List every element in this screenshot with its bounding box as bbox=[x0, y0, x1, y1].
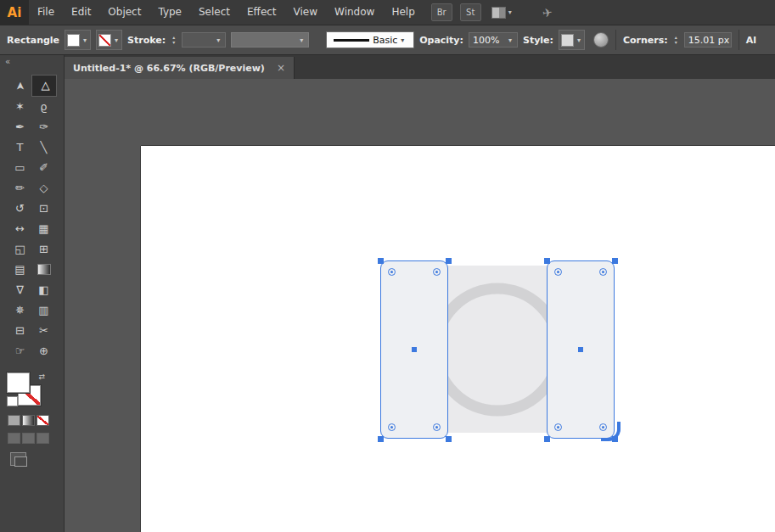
type-tool-icon: T bbox=[17, 142, 24, 153]
corner-widget[interactable] bbox=[554, 423, 562, 431]
slice-tool-icon: ✂ bbox=[39, 325, 48, 336]
selection-handle[interactable] bbox=[612, 258, 618, 264]
corner-widget[interactable] bbox=[433, 423, 441, 431]
menu-help[interactable]: Help bbox=[383, 0, 423, 25]
selection-handle[interactable] bbox=[378, 436, 384, 442]
hand-tool-icon: ☞ bbox=[15, 345, 25, 356]
menu-view[interactable]: View bbox=[285, 0, 326, 25]
curvature-tool-icon: ✑ bbox=[39, 121, 48, 132]
selection-handle[interactable] bbox=[446, 436, 452, 442]
curvature-tool[interactable]: ✑ bbox=[32, 116, 56, 137]
pen-tool[interactable]: ✒ bbox=[8, 116, 32, 137]
default-fill-stroke-icon[interactable] bbox=[7, 396, 18, 406]
line-segment-tool[interactable]: ╲ bbox=[32, 137, 56, 157]
eraser-tool[interactable]: ◇ bbox=[32, 177, 56, 198]
menu-window[interactable]: Window bbox=[326, 0, 383, 25]
paintbrush-tool[interactable]: ✐ bbox=[32, 157, 56, 177]
document-tab[interactable]: Untitled-1* @ 66.67% (RGB/Preview) × bbox=[65, 57, 295, 79]
type-tool[interactable]: T bbox=[8, 137, 32, 157]
style-label: Style: bbox=[523, 35, 553, 46]
corners-label: Corners: bbox=[623, 35, 668, 46]
none-button[interactable] bbox=[37, 415, 49, 426]
corners-field[interactable]: 15.01 px bbox=[684, 32, 732, 48]
rotate-tool[interactable]: ↺ bbox=[8, 198, 32, 218]
brush-libraries-button[interactable]: Br bbox=[431, 3, 452, 21]
symbol-sprayer-tool[interactable]: ✵ bbox=[8, 300, 32, 320]
stroke-weight-select[interactable]: ▾ bbox=[182, 32, 226, 48]
stroke-style-select[interactable]: Basic ▾ bbox=[326, 31, 414, 48]
fill-color-dropdown[interactable]: ▾ bbox=[65, 30, 91, 50]
workspace-switcher[interactable]: ▾ bbox=[491, 7, 512, 19]
gradient-tool-icon bbox=[37, 264, 51, 275]
gpu-performance-icon[interactable]: ✈ bbox=[542, 5, 553, 20]
column-graph-tool[interactable]: ▥ bbox=[32, 300, 56, 320]
collapse-panel-button[interactable]: « bbox=[0, 55, 64, 70]
direct-selection-tool[interactable]: ▷ bbox=[32, 76, 56, 96]
magic-wand-tool[interactable]: ✶ bbox=[8, 96, 32, 116]
divider bbox=[615, 30, 616, 50]
selection-handle[interactable] bbox=[544, 436, 550, 442]
slice-tool[interactable]: ✂ bbox=[32, 320, 56, 340]
menu-edit[interactable]: Edit bbox=[63, 0, 99, 25]
rectangle-tool[interactable]: ▭ bbox=[8, 157, 32, 177]
graphic-styles-button[interactable]: St bbox=[460, 3, 481, 21]
selection-handle[interactable] bbox=[544, 258, 550, 264]
corner-widget[interactable] bbox=[554, 268, 562, 276]
eyedropper-tool[interactable]: ∇ bbox=[8, 279, 32, 300]
corners-stepper[interactable]: ▴ ▾ bbox=[673, 35, 679, 45]
screen-mode-button[interactable] bbox=[10, 452, 26, 466]
gradient-tool[interactable] bbox=[32, 259, 56, 279]
artboard-tool[interactable]: ⊟ bbox=[8, 320, 32, 340]
fill-stroke-widget: ⇄ bbox=[7, 372, 46, 408]
selection-handle[interactable] bbox=[378, 258, 384, 264]
eraser-tool-icon: ◇ bbox=[40, 182, 48, 193]
symbol-sprayer-tool-icon: ✵ bbox=[15, 305, 25, 316]
stroke-none-swatch-icon bbox=[98, 34, 111, 47]
scale-tool[interactable]: ⊡ bbox=[32, 198, 56, 218]
corner-widget[interactable] bbox=[388, 423, 396, 431]
gradient-button[interactable] bbox=[22, 415, 35, 426]
draw-normal-button[interactable] bbox=[8, 433, 20, 444]
close-icon[interactable]: × bbox=[277, 62, 285, 74]
hand-tool[interactable]: ☞ bbox=[8, 340, 32, 361]
stepper-down-icon: ▾ bbox=[172, 40, 175, 45]
draw-behind-button[interactable] bbox=[22, 433, 35, 444]
fill-swatch[interactable] bbox=[7, 372, 30, 393]
opacity-select[interactable]: 100% ▾ bbox=[469, 32, 518, 48]
color-button[interactable] bbox=[8, 415, 20, 426]
menu-file[interactable]: File bbox=[29, 0, 63, 25]
corner-widget[interactable] bbox=[433, 268, 441, 276]
menu-object[interactable]: Object bbox=[99, 0, 149, 25]
zoom-tool[interactable]: ⊕ bbox=[32, 340, 56, 361]
mesh-tool[interactable]: ▤ bbox=[8, 259, 32, 279]
stroke-weight-stepper[interactable]: ▴ ▾ bbox=[171, 35, 177, 45]
perspective-grid-tool[interactable]: ⊞ bbox=[32, 238, 56, 259]
width-tool[interactable]: ↔ bbox=[8, 218, 32, 238]
draw-inside-button[interactable] bbox=[37, 433, 49, 444]
canvas[interactable] bbox=[65, 79, 775, 532]
center-point[interactable] bbox=[578, 347, 583, 352]
corner-widget[interactable] bbox=[599, 268, 607, 276]
tools-panel: « ➤▷✶ϱ✒✑T╲▭✐✏◇↺⊡↔▦◱⊞▤∇◧✵▥⊟✂☞⊕ ⇄ bbox=[0, 55, 65, 532]
line-segment-tool-icon: ╲ bbox=[41, 142, 48, 153]
fill-swatch-icon bbox=[67, 34, 80, 47]
menu-effect[interactable]: Effect bbox=[239, 0, 285, 25]
lasso-tool[interactable]: ϱ bbox=[32, 96, 56, 116]
swap-fill-stroke-icon[interactable]: ⇄ bbox=[38, 372, 45, 381]
menu-type[interactable]: Type bbox=[149, 0, 190, 25]
menu-select[interactable]: Select bbox=[190, 0, 239, 25]
corner-widget[interactable] bbox=[388, 268, 396, 276]
recolor-artwork-icon[interactable] bbox=[593, 32, 609, 48]
document-tab-title: Untitled-1* @ 66.67% (RGB/Preview) bbox=[73, 63, 265, 74]
brush-definition-select[interactable]: ▾ bbox=[231, 32, 309, 48]
pencil-tool[interactable]: ✏ bbox=[8, 177, 32, 198]
free-transform-tool[interactable]: ▦ bbox=[32, 218, 56, 238]
blend-tool[interactable]: ◧ bbox=[32, 279, 56, 300]
stroke-color-dropdown[interactable]: ▾ bbox=[96, 30, 122, 50]
selection-tool[interactable]: ➤ bbox=[8, 76, 32, 96]
graphic-style-select[interactable]: ▾ bbox=[559, 30, 585, 50]
center-point[interactable] bbox=[412, 347, 417, 352]
shape-builder-tool[interactable]: ◱ bbox=[8, 238, 32, 259]
selection-handle[interactable] bbox=[446, 258, 452, 264]
opacity-value: 100% bbox=[473, 35, 507, 46]
